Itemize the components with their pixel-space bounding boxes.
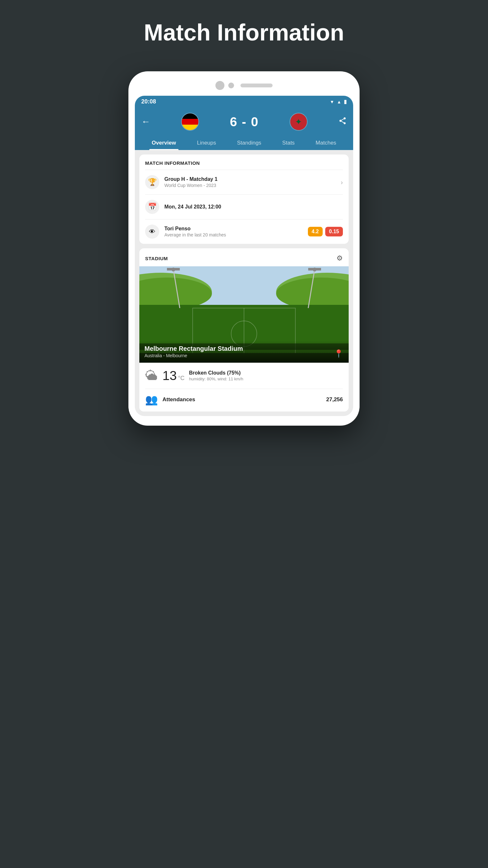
eye-icon: 👁 xyxy=(149,228,155,236)
tab-lineups[interactable]: Lineups xyxy=(194,136,219,150)
status-time: 20:08 xyxy=(141,98,156,105)
attendance-left: 👥 Attendances xyxy=(145,394,195,406)
flag-stripe-gold xyxy=(182,125,198,130)
referee-name: Tori Penso xyxy=(164,226,303,231)
phone-screen: 20:08 ← 6 - 0 xyxy=(135,96,353,416)
date-row: 📅 Mon, 24 Jul 2023, 12:00 xyxy=(139,195,349,219)
share-button[interactable] xyxy=(338,117,347,127)
attendance-label: Attendances xyxy=(162,396,195,403)
match-info-title: MATCH INFORMATION xyxy=(139,155,349,169)
germany-flag-stripes xyxy=(182,114,198,130)
weather-description: Broken Clouds (75%) humidity: 80%, wind:… xyxy=(189,370,343,381)
stadium-section-title: STADIUM xyxy=(145,256,168,261)
score-row: ← 6 - 0 ✦ xyxy=(141,113,347,136)
tab-standings[interactable]: Standings xyxy=(234,136,264,150)
tab-stats[interactable]: Stats xyxy=(280,136,297,150)
match-date: Mon, 24 Jul 2023, 12:00 xyxy=(164,204,343,210)
referee-sub: Average in the last 20 matches xyxy=(164,232,303,238)
svg-rect-14 xyxy=(308,268,321,271)
back-button[interactable]: ← xyxy=(141,117,150,127)
badge-yellow-card: 4.2 xyxy=(308,227,323,237)
match-info-card: MATCH INFORMATION 🏆 Group H - Matchday 1… xyxy=(139,155,349,244)
referee-row: 👁 Tori Penso Average in the last 20 matc… xyxy=(139,219,349,244)
temperature-display: 13 °C xyxy=(162,369,185,383)
competition-logo: 🏆 xyxy=(145,175,159,189)
competition-content: Group H - Matchday 1 World Cup Women - 2… xyxy=(164,176,335,188)
stadium-card: STADIUM ⚙ xyxy=(139,248,349,411)
svg-rect-13 xyxy=(167,268,180,271)
phone-top-bar xyxy=(135,81,353,90)
weather-main-desc: Broken Clouds (75%) xyxy=(189,370,343,376)
competition-sub: World Cup Women - 2023 xyxy=(164,183,335,188)
phone-dots xyxy=(228,83,234,88)
morocco-star: ✦ xyxy=(295,117,302,127)
badge-red-card: 0.15 xyxy=(325,227,343,237)
morocco-flag: ✦ xyxy=(290,113,307,131)
match-score: 6 - 0 xyxy=(230,115,259,129)
tabs-row: Overview Lineups Standings Stats Matches xyxy=(141,136,347,150)
page-title: Match Information xyxy=(144,19,344,45)
phone-camera xyxy=(216,81,224,90)
share-icon xyxy=(338,117,347,125)
morocco-flag-bg: ✦ xyxy=(290,114,307,130)
content-area: MATCH INFORMATION 🏆 Group H - Matchday 1… xyxy=(135,150,353,416)
weather-icon: 🌥 xyxy=(145,369,158,383)
phone-frame: 20:08 ← 6 - 0 xyxy=(128,71,360,426)
germany-flag xyxy=(181,113,199,131)
tab-overview[interactable]: Overview xyxy=(149,136,179,150)
phone-speaker xyxy=(240,84,272,87)
weather-row: 🌥 13 °C Broken Clouds (75%) humidity: 80… xyxy=(139,363,349,389)
referee-icon-container: 👁 xyxy=(145,224,159,239)
calendar-icon: 📅 xyxy=(148,203,157,211)
temperature-value: 13 xyxy=(162,369,177,383)
attendance-row: 👥 Attendances 27,256 xyxy=(139,389,349,411)
signal-icon xyxy=(337,98,341,105)
referee-content: Tori Penso Average in the last 20 matche… xyxy=(164,226,303,238)
stadium-header: STADIUM ⚙ xyxy=(139,248,349,266)
flag-stripe-red xyxy=(182,119,198,124)
stadium-overlay: Melbourne Rectangular Stadium Australia … xyxy=(139,341,349,363)
competition-name: Group H - Matchday 1 xyxy=(164,176,335,182)
competition-row[interactable]: 🏆 Group H - Matchday 1 World Cup Women -… xyxy=(139,170,349,194)
attendance-value: 27,256 xyxy=(326,396,343,403)
temperature-unit: °C xyxy=(178,375,185,382)
settings-icon[interactable]: ⚙ xyxy=(336,254,343,262)
chevron-right-icon: › xyxy=(340,179,343,186)
match-header: ← 6 - 0 ✦ xyxy=(135,107,353,150)
competition-icon: 🏆 xyxy=(148,178,157,186)
wifi-icon xyxy=(330,98,334,105)
battery-icon xyxy=(344,98,347,105)
stadium-name-location: Melbourne Rectangular Stadium Australia … xyxy=(144,345,243,358)
tab-matches[interactable]: Matches xyxy=(313,136,339,150)
flag-stripe-black xyxy=(182,114,198,119)
attendance-icon: 👥 xyxy=(145,394,158,406)
stadium-location: Australia - Melbourne xyxy=(144,353,243,358)
stadium-image: Melbourne Rectangular Stadium Australia … xyxy=(139,266,349,363)
referee-badges: 4.2 0.15 xyxy=(308,227,343,237)
calendar-icon-container: 📅 xyxy=(145,200,159,214)
weather-details: humidity: 80%, wind: 11 km/h xyxy=(189,376,343,381)
status-bar: 20:08 xyxy=(135,96,353,107)
stadium-name: Melbourne Rectangular Stadium xyxy=(144,345,243,352)
location-pin-icon[interactable]: 📍 xyxy=(334,349,344,358)
status-icons xyxy=(330,98,347,105)
date-content: Mon, 24 Jul 2023, 12:00 xyxy=(164,204,343,210)
